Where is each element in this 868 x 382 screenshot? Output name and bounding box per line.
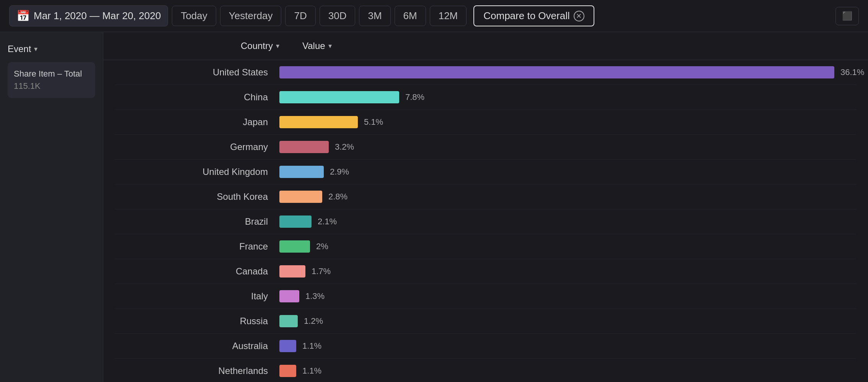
bar-value-label: 7.8% bbox=[405, 92, 424, 102]
yesterday-button[interactable]: Yesterday bbox=[220, 6, 282, 26]
bar-container: 2.1% bbox=[279, 215, 857, 228]
bar-value-label: 5.1% bbox=[364, 117, 383, 127]
bar-container: 36.1% bbox=[279, 66, 864, 78]
country-label: Brazil bbox=[115, 216, 279, 227]
toolbar: 📅 Mar 1, 2020 — Mar 20, 2020 Today Yeste… bbox=[0, 0, 868, 32]
bar-rows: United States36.1%China7.8%Japan5.1%Germ… bbox=[103, 60, 868, 382]
3m-button[interactable]: 3M bbox=[359, 6, 390, 26]
event-header-label: Event bbox=[8, 44, 31, 54]
bar-value-label: 2% bbox=[316, 242, 328, 251]
chart-area: Country ▾ Value ▾ United States36.1%Chin… bbox=[103, 32, 868, 382]
bar-value-label: 2.8% bbox=[328, 192, 348, 202]
country-chevron-icon: ▾ bbox=[276, 42, 279, 50]
bar-value-label: 1.2% bbox=[304, 316, 323, 326]
bar-container: 2% bbox=[279, 240, 857, 253]
bar bbox=[279, 141, 329, 153]
bar-container: 1.1% bbox=[279, 340, 857, 352]
bar-container: 3.2% bbox=[279, 141, 857, 153]
bar-container: 1.2% bbox=[279, 315, 857, 327]
country-label: Japan bbox=[115, 117, 279, 127]
bar-value-label: 36.1% bbox=[840, 67, 864, 77]
bar bbox=[279, 265, 305, 278]
table-row: Canada1.7% bbox=[115, 259, 857, 284]
value-column-header: Value ▾ bbox=[291, 41, 857, 51]
country-label: Netherlands bbox=[115, 366, 279, 376]
date-range-button[interactable]: 📅 Mar 1, 2020 — Mar 20, 2020 bbox=[9, 5, 168, 26]
today-button[interactable]: Today bbox=[172, 6, 216, 26]
bar bbox=[279, 91, 399, 103]
bar-container: 5.1% bbox=[279, 116, 857, 128]
table-row: Japan5.1% bbox=[115, 110, 857, 135]
bar bbox=[279, 166, 324, 178]
bar-value-label: 1.3% bbox=[305, 291, 325, 301]
table-row: Germany3.2% bbox=[115, 135, 857, 160]
country-label: France bbox=[115, 241, 279, 252]
table-row: Italy1.3% bbox=[115, 284, 857, 309]
main-content: Event ▾ Share Item – Total 115.1K Countr… bbox=[0, 32, 868, 382]
country-label: United States bbox=[115, 67, 279, 78]
event-header[interactable]: Event ▾ bbox=[8, 44, 95, 54]
country-sort-button[interactable]: Country ▾ bbox=[241, 41, 279, 51]
event-item[interactable]: Share Item – Total 115.1K bbox=[8, 62, 95, 98]
compare-close-icon[interactable]: ✕ bbox=[574, 11, 584, 21]
country-column-label: Country bbox=[241, 41, 273, 51]
compare-label: Compare to Overall bbox=[483, 10, 569, 22]
export-button[interactable]: ⬛ bbox=[835, 7, 859, 25]
country-column-header: Country ▾ bbox=[115, 41, 291, 51]
country-label: Italy bbox=[115, 291, 279, 302]
table-row: Netherlands1.1% bbox=[115, 359, 857, 382]
compare-button[interactable]: Compare to Overall ✕ bbox=[473, 5, 594, 26]
calendar-icon: 📅 bbox=[16, 10, 30, 22]
table-row: Australia1.1% bbox=[115, 334, 857, 359]
bar bbox=[279, 240, 310, 253]
bar-container: 2.9% bbox=[279, 166, 857, 178]
table-row: China7.8% bbox=[115, 85, 857, 110]
value-sort-button[interactable]: Value ▾ bbox=[302, 41, 332, 51]
table-row: France2% bbox=[115, 234, 857, 259]
bar bbox=[279, 315, 298, 327]
bar bbox=[279, 116, 358, 128]
bar bbox=[279, 66, 834, 78]
bar-container: 1.7% bbox=[279, 265, 857, 278]
bar-value-label: 3.2% bbox=[335, 142, 354, 152]
bar bbox=[279, 191, 322, 203]
country-label: United Kingdom bbox=[115, 167, 279, 177]
sidebar: Event ▾ Share Item – Total 115.1K bbox=[0, 32, 103, 382]
country-label: Canada bbox=[115, 266, 279, 277]
event-chevron-icon: ▾ bbox=[34, 45, 38, 53]
30d-button[interactable]: 30D bbox=[320, 6, 356, 26]
bar-container: 1.3% bbox=[279, 290, 857, 302]
date-range-label: Mar 1, 2020 — Mar 20, 2020 bbox=[34, 10, 161, 22]
bar bbox=[279, 365, 296, 377]
bar-container: 1.1% bbox=[279, 365, 857, 377]
bar-value-label: 2.9% bbox=[330, 167, 349, 177]
column-headers: Country ▾ Value ▾ bbox=[103, 32, 868, 60]
country-label: Germany bbox=[115, 142, 279, 152]
event-value: 115.1K bbox=[14, 81, 89, 91]
bar bbox=[279, 215, 312, 228]
bar-value-label: 1.7% bbox=[312, 266, 331, 276]
bar-value-label: 1.1% bbox=[302, 366, 321, 376]
value-column-label: Value bbox=[302, 41, 325, 51]
country-label: Australia bbox=[115, 341, 279, 351]
12m-button[interactable]: 12M bbox=[430, 6, 467, 26]
table-row: Russia1.2% bbox=[115, 309, 857, 334]
6m-button[interactable]: 6M bbox=[395, 6, 426, 26]
country-label: South Korea bbox=[115, 191, 279, 202]
event-name: Share Item – Total bbox=[14, 69, 89, 79]
country-label: Russia bbox=[115, 316, 279, 326]
table-row: United Kingdom2.9% bbox=[115, 160, 857, 184]
table-row: South Korea2.8% bbox=[115, 184, 857, 209]
value-chevron-icon: ▾ bbox=[328, 42, 332, 50]
table-row: Brazil2.1% bbox=[115, 209, 857, 234]
bar-value-label: 2.1% bbox=[318, 217, 337, 227]
bar-value-label: 1.1% bbox=[302, 341, 321, 351]
bar-container: 2.8% bbox=[279, 191, 857, 203]
bar bbox=[279, 290, 299, 302]
table-row: United States36.1% bbox=[115, 60, 857, 85]
bar-container: 7.8% bbox=[279, 91, 857, 103]
bar bbox=[279, 340, 296, 352]
7d-button[interactable]: 7D bbox=[285, 6, 315, 26]
country-label: China bbox=[115, 92, 279, 103]
